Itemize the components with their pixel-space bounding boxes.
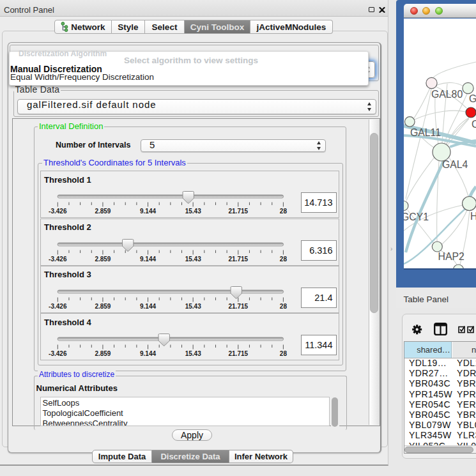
svg-text:-3.426: -3.426 (49, 302, 67, 309)
svg-text:15.43: 15.43 (185, 350, 201, 357)
svg-text:GCY1: GCY1 (404, 211, 429, 222)
svg-text:C: C (472, 119, 476, 130)
svg-text:21.715: 21.715 (229, 208, 249, 215)
svg-text:H: H (470, 211, 476, 222)
svg-text:28: 28 (280, 350, 288, 357)
svg-text:2.859: 2.859 (95, 302, 111, 309)
svg-text:GAL11: GAL11 (410, 127, 441, 138)
svg-text:GAL80: GAL80 (431, 89, 463, 100)
svg-text:2.859: 2.859 (95, 208, 111, 215)
svg-text:15.43: 15.43 (185, 302, 201, 309)
svg-text:HAP2: HAP2 (438, 251, 464, 262)
svg-text:15.43: 15.43 (185, 208, 201, 215)
svg-text:21.715: 21.715 (229, 255, 249, 262)
svg-text:28: 28 (280, 302, 288, 309)
svg-text:2.859: 2.859 (95, 350, 111, 357)
svg-text:28: 28 (280, 255, 288, 262)
svg-text:-3.426: -3.426 (49, 208, 67, 215)
svg-text:21.715: 21.715 (229, 302, 249, 309)
svg-text:GAL4: GAL4 (442, 159, 468, 170)
svg-text:9.144: 9.144 (140, 208, 156, 215)
svg-text:-3.426: -3.426 (49, 350, 67, 357)
svg-text:28: 28 (280, 208, 288, 215)
svg-text:GA: GA (469, 93, 476, 104)
svg-text:21.715: 21.715 (229, 350, 249, 357)
svg-text:9.144: 9.144 (140, 350, 156, 357)
svg-text:15.43: 15.43 (185, 255, 201, 262)
svg-text:9.144: 9.144 (140, 302, 156, 309)
svg-text:9.144: 9.144 (140, 255, 156, 262)
svg-text:-3.426: -3.426 (49, 255, 67, 262)
svg-text:2.859: 2.859 (95, 255, 111, 262)
